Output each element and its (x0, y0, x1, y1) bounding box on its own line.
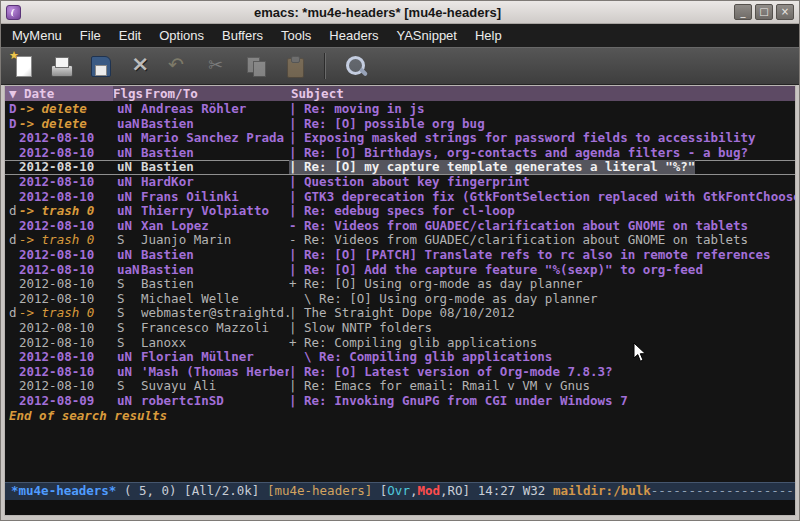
message-subject: | Re: Emacs for email: Rmail v VM v Gnus (289, 379, 795, 394)
message-row[interactable]: 2012-08-10uNHardKor| Question about key … (5, 175, 795, 190)
message-row[interactable]: 2012-08-10SBastien+ Re: [O] Using org-mo… (5, 277, 795, 292)
modeline-major-mode: [mu4e-headers] (259, 483, 372, 498)
new-file-icon[interactable] (9, 53, 35, 79)
mouse-cursor (633, 342, 647, 363)
search-icon[interactable] (342, 53, 368, 79)
modeline-dashes: ----------------------------------------… (651, 483, 795, 498)
copy-icon (243, 53, 269, 79)
message-date: 2012-08-09 (19, 394, 117, 409)
header-col-flags[interactable]: Flgs (113, 86, 137, 101)
message-row[interactable]: 2012-08-10SMichael Welle \ Re: [O] Using… (5, 292, 795, 307)
message-mark (9, 131, 19, 146)
menu-item-yasnippet[interactable]: YASnippet (387, 24, 465, 47)
message-mark (9, 292, 19, 307)
message-date: -> trash 0 (19, 306, 117, 321)
message-row[interactable]: d-> trash 0SJuanjo Marin- Re: Videos fro… (5, 233, 795, 248)
message-from: Bastien (141, 160, 289, 175)
menu-item-edit[interactable]: Edit (110, 24, 150, 47)
message-row[interactable]: 2012-08-10uNBastien| Re: [O] my capture … (5, 160, 795, 175)
message-flags: S (117, 336, 141, 351)
menu-item-mymenu[interactable]: MyMenu (3, 24, 71, 47)
message-row[interactable]: 2012-08-09uNrobertcInSD| Re: Invoking Gn… (5, 394, 795, 409)
mode-line[interactable]: *mu4e-headers* ( 5, 0) [All/2.0k] [mu4e-… (5, 482, 795, 500)
message-flags: uN (117, 365, 141, 380)
message-row[interactable]: 2012-08-10SSuvayu Ali| Re: Emacs for ema… (5, 379, 795, 394)
message-flags: S (117, 306, 141, 321)
header-col-date[interactable]: ▼ Date (5, 86, 113, 101)
message-flags: uN (117, 350, 141, 365)
message-date: 2012-08-10 (19, 248, 117, 263)
message-row[interactable]: 2012-08-10uNBastien| Re: [O] Birthdays, … (5, 146, 795, 161)
modeline-flag-open: [ (372, 483, 387, 498)
message-row[interactable]: 2012-08-10SLanoxx+ Re: Compiling glib ap… (5, 336, 795, 351)
maximize-button[interactable]: □ (755, 4, 773, 20)
modeline-flag-close: ,RO] (440, 483, 470, 498)
close-buffer-icon[interactable] (126, 53, 152, 79)
message-mark: d (9, 306, 19, 321)
message-row[interactable]: 2012-08-10uNFlorian Müllner \ Re: Compil… (5, 350, 795, 365)
message-mark (9, 379, 19, 394)
save-icon[interactable] (87, 53, 113, 79)
message-row[interactable]: 2012-08-10uNMario Sanchez Prada| Exposin… (5, 131, 795, 146)
print-icon[interactable] (48, 53, 74, 79)
message-flags: S (117, 292, 141, 307)
menu-item-headers[interactable]: Headers (320, 24, 387, 47)
message-flags: uN (117, 160, 141, 175)
message-date: -> delete (19, 102, 117, 117)
headers-header-line: ▼ Date Flgs From/To Subject (5, 86, 795, 101)
message-row[interactable]: D-> deleteuNAndreas Röhler| Re: moving i… (5, 102, 795, 117)
header-col-from[interactable]: From/To (137, 86, 285, 101)
title-bar: emacs: *mu4e-headers* [mu4e-headers] _ □… (1, 1, 799, 24)
message-date: 2012-08-10 (19, 292, 117, 307)
message-subject: | Re: [O] Birthdays, org-contacts and ag… (289, 146, 795, 161)
cut-icon (204, 53, 230, 79)
message-row[interactable]: 2012-08-10uNXan Lopez- Re: Videos from G… (5, 219, 795, 234)
message-row[interactable]: D-> deleteuaNBastien| Re: [O] possible o… (5, 117, 795, 132)
message-date: 2012-08-10 (19, 277, 117, 292)
message-date: 2012-08-10 (19, 190, 117, 205)
message-mark (9, 160, 19, 175)
menu-item-help[interactable]: Help (466, 24, 511, 47)
end-of-search-results: End of search results (5, 408, 795, 423)
menu-item-tools[interactable]: Tools (272, 24, 320, 47)
message-subject: | Re: Invoking GnuPG from CGI under Wind… (289, 394, 795, 409)
message-flags: uN (117, 190, 141, 205)
minimize-button[interactable]: _ (734, 4, 752, 20)
message-mark (9, 336, 19, 351)
menu-item-file[interactable]: File (71, 24, 110, 47)
echo-area[interactable] (5, 500, 795, 515)
menu-bar: MyMenuFileEditOptionsBuffersToolsHeaders… (1, 24, 799, 47)
message-flags: uN (117, 204, 141, 219)
message-subject: \ Re: [O] Using org-mode as day planner (289, 292, 795, 307)
message-row[interactable]: 2012-08-10SFrancesco Mazzoli| Slow NNTP … (5, 321, 795, 336)
message-from: Frans Oilinki (141, 190, 289, 205)
paste-icon (282, 53, 308, 79)
undo-icon (165, 53, 191, 79)
modeline-position: ( 5, 0) (116, 483, 176, 498)
message-from: Andreas Röhler (141, 102, 289, 117)
message-from: Bastien (141, 263, 289, 278)
message-mark (9, 175, 19, 190)
message-row[interactable]: 2012-08-10uNFrans Oilinki| GTK3 deprecat… (5, 190, 795, 205)
message-row[interactable]: d-> trash 0uNThierry Volpiatto| Re: edeb… (5, 204, 795, 219)
message-row[interactable]: 2012-08-10uNBastien| Re: [O] [PATCH] Tra… (5, 248, 795, 263)
message-row[interactable]: d-> trash 0Swebmaster@straightd...| The … (5, 306, 795, 321)
message-mark (9, 277, 19, 292)
modeline-buffer-name: *mu4e-headers* (11, 483, 116, 498)
message-flags: uN (117, 146, 141, 161)
message-from: Michael Welle (141, 292, 289, 307)
message-subject: | GTK3 deprecation fix (GtkFontSelection… (289, 190, 795, 205)
message-row[interactable]: 2012-08-10uN'Mash (Thomas Herbert)| Re: … (5, 365, 795, 380)
message-mark (9, 190, 19, 205)
menu-item-options[interactable]: Options (150, 24, 213, 47)
message-from: Bastien (141, 277, 289, 292)
message-flags: S (117, 321, 141, 336)
message-row[interactable]: 2012-08-10uaNBastien| Re: [O] Add the ca… (5, 263, 795, 278)
header-col-subject[interactable]: Subject (285, 86, 795, 101)
menu-item-buffers[interactable]: Buffers (213, 24, 272, 47)
message-subject: | Re: [O] Add the capture feature "%(sex… (289, 263, 795, 278)
close-button[interactable]: × (776, 4, 794, 20)
message-mark (9, 321, 19, 336)
message-date: -> trash 0 (19, 233, 117, 248)
message-date: 2012-08-10 (19, 365, 117, 380)
